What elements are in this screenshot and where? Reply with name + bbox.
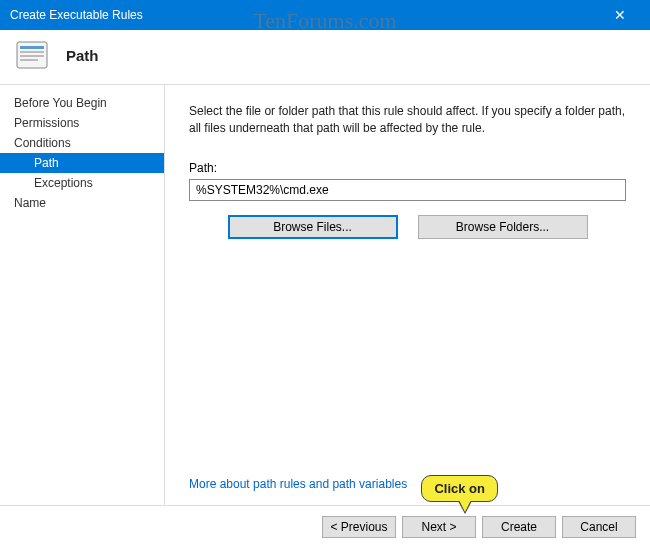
browse-files-button[interactable]: Browse Files... — [228, 215, 398, 239]
cancel-button[interactable]: Cancel — [562, 516, 636, 538]
path-icon — [16, 40, 52, 70]
sidebar-item-conditions[interactable]: Conditions — [0, 133, 164, 153]
callout-text: Click on — [421, 475, 498, 502]
previous-button[interactable]: < Previous — [322, 516, 396, 538]
next-button[interactable]: Next > — [402, 516, 476, 538]
content-pane: Select the file or folder path that this… — [165, 85, 650, 505]
sidebar-item-exceptions[interactable]: Exceptions — [0, 173, 164, 193]
window-title: Create Executable Rules — [10, 8, 600, 22]
svg-rect-3 — [20, 55, 44, 57]
sidebar-item-name[interactable]: Name — [0, 193, 164, 213]
page-title: Path — [66, 47, 99, 64]
path-input[interactable] — [189, 179, 626, 201]
description-text: Select the file or folder path that this… — [189, 103, 626, 137]
svg-rect-2 — [20, 51, 44, 53]
sidebar: Before You Begin Permissions Conditions … — [0, 85, 165, 505]
titlebar: Create Executable Rules ✕ — [0, 0, 650, 30]
more-info-link[interactable]: More about path rules and path variables — [189, 477, 626, 491]
create-button[interactable]: Create — [482, 516, 556, 538]
wizard-footer: < Previous Next > Create Cancel — [0, 505, 650, 546]
svg-rect-4 — [20, 59, 38, 61]
browse-row: Browse Files... Browse Folders... — [189, 215, 626, 239]
annotation-callout: Click on — [421, 475, 498, 502]
sidebar-item-before-you-begin[interactable]: Before You Begin — [0, 93, 164, 113]
wizard-body: Before You Begin Permissions Conditions … — [0, 85, 650, 505]
svg-rect-1 — [20, 46, 44, 49]
wizard-header: Path — [0, 30, 650, 85]
sidebar-item-permissions[interactable]: Permissions — [0, 113, 164, 133]
path-label: Path: — [189, 161, 626, 175]
browse-folders-button[interactable]: Browse Folders... — [418, 215, 588, 239]
close-icon[interactable]: ✕ — [600, 7, 640, 23]
sidebar-item-path[interactable]: Path — [0, 153, 164, 173]
